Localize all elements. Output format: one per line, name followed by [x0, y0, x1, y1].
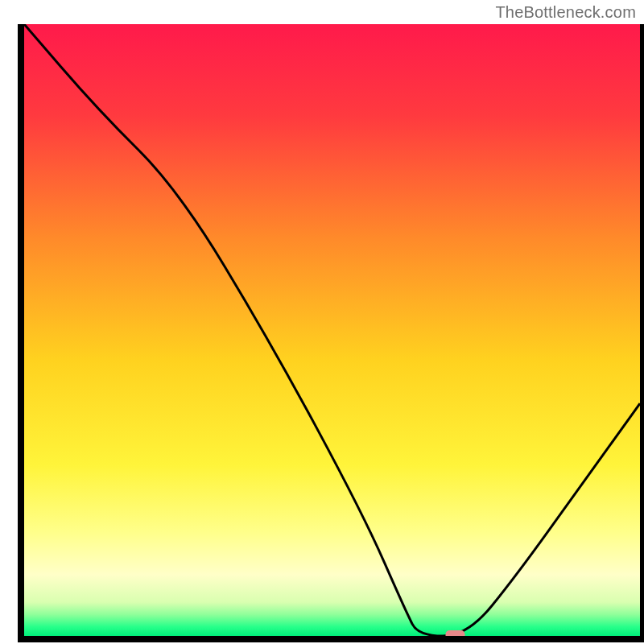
- right-border: [640, 24, 644, 642]
- y-axis: [18, 24, 24, 642]
- x-axis: [18, 636, 644, 642]
- bottleneck-chart: [0, 0, 644, 644]
- watermark-label: TheBottleneck.com: [495, 3, 636, 22]
- plot-background: [24, 24, 640, 636]
- chart-container: TheBottleneck.com: [0, 0, 644, 644]
